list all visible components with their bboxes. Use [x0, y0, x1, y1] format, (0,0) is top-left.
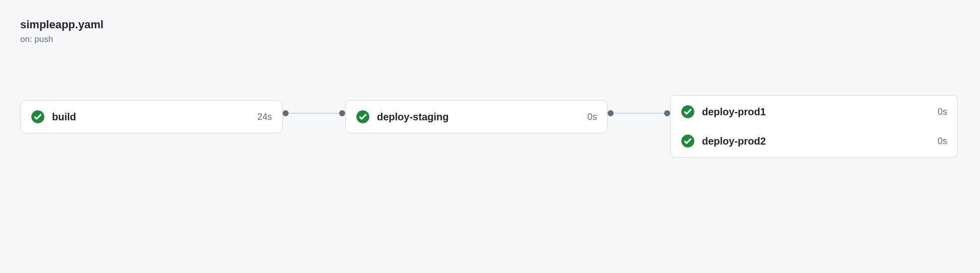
connector-dot-icon: [283, 110, 289, 116]
job-row[interactable]: deploy-prod2 0s: [681, 134, 947, 148]
connector-dot-icon: [664, 110, 670, 116]
check-circle-icon: [681, 105, 695, 119]
job-duration: 0s: [938, 136, 947, 147]
workflow-trigger: on: push: [20, 34, 960, 44]
connector-dot-icon: [608, 110, 614, 116]
job-row[interactable]: deploy-prod1 0s: [681, 105, 947, 119]
job-card-group[interactable]: deploy-prod1 0s deploy-prod2 0s: [670, 95, 958, 158]
job-row[interactable]: deploy-staging 0s: [356, 110, 597, 124]
graph-column: deploy-staging 0s: [345, 100, 608, 133]
workflow-graph: build 24s deploy-staging 0s: [20, 95, 960, 158]
job-row[interactable]: build 24s: [31, 110, 272, 124]
graph-column: build 24s: [20, 100, 283, 133]
check-circle-icon: [31, 110, 45, 124]
check-circle-icon: [681, 134, 695, 148]
connector-dot-icon: [339, 110, 345, 116]
check-circle-icon: [356, 110, 370, 124]
job-duration: 24s: [257, 112, 272, 122]
job-name: deploy-prod2: [702, 135, 931, 147]
job-duration: 0s: [587, 112, 597, 122]
connector-line: [614, 113, 664, 114]
job-card[interactable]: deploy-staging 0s: [345, 100, 608, 133]
graph-column: deploy-prod1 0s deploy-prod2 0s: [670, 95, 958, 158]
job-duration: 0s: [938, 107, 947, 117]
job-name: build: [52, 111, 250, 123]
job-name: deploy-staging: [377, 111, 580, 123]
connector-line: [289, 113, 339, 114]
workflow-title: simpleapp.yaml: [20, 18, 960, 31]
job-card[interactable]: build 24s: [20, 100, 283, 133]
workflow-header: simpleapp.yaml on: push: [20, 18, 960, 44]
job-name: deploy-prod1: [702, 106, 931, 118]
